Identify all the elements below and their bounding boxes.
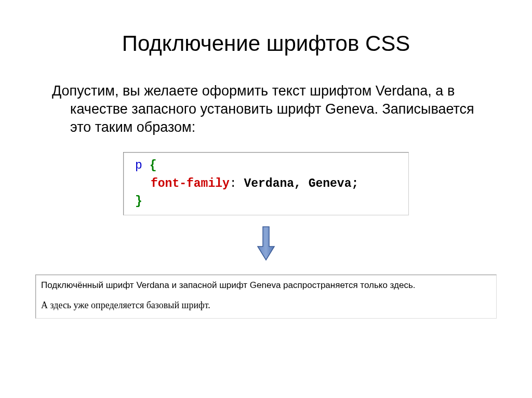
- slide-title: Подключение шрифтов CSS: [31, 31, 501, 56]
- code-selector: p: [135, 159, 142, 172]
- output-verdana-text: Подключённый шрифт Verdana и запасной шр…: [41, 280, 491, 291]
- code-line-2: font-family: Verdana, Geneva;: [135, 175, 397, 193]
- code-example-box: p { font-family: Verdana, Geneva; }: [123, 152, 409, 215]
- code-open-brace: {: [150, 159, 157, 172]
- down-arrow-icon: [256, 226, 276, 262]
- slide-container: Подключение шрифтов CSS Допустим, вы жел…: [0, 0, 532, 398]
- slide-body-text: Допустим, вы желаете оформить текст шриф…: [49, 82, 501, 136]
- code-line-1: p {: [135, 157, 397, 175]
- code-colon: :: [230, 177, 237, 190]
- code-value: Verdana, Geneva;: [237, 177, 359, 190]
- arrow-container: [31, 226, 501, 264]
- code-close-brace: }: [135, 195, 142, 208]
- code-line-3: }: [135, 193, 397, 211]
- output-example-box: Подключённый шрифт Verdana и запасной шр…: [35, 275, 497, 319]
- output-default-text: А здесь уже определяется базовый шрифт.: [41, 300, 491, 311]
- code-property: font-family: [151, 177, 230, 190]
